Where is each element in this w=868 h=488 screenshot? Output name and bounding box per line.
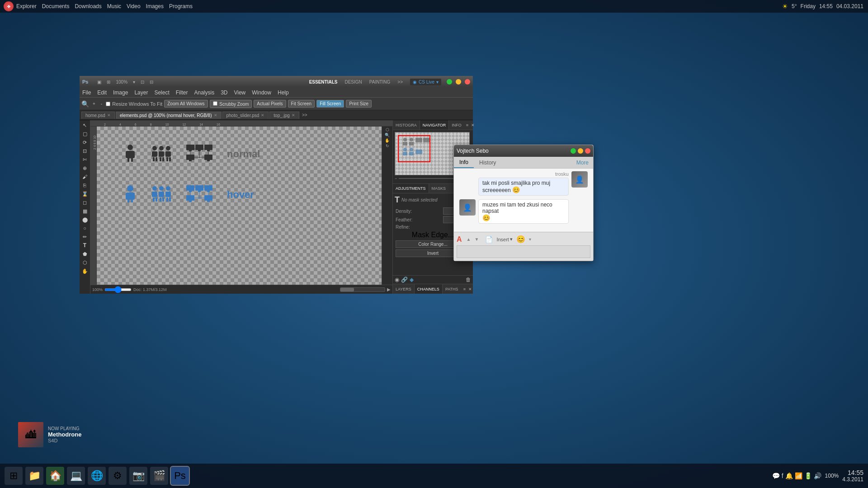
layers-menu-btn[interactable]: ≡	[462, 287, 467, 291]
tool-hand[interactable]: ✋	[80, 267, 90, 275]
navigator-tab[interactable]: NAVIGATOR	[420, 120, 449, 130]
menu-video[interactable]: Video	[127, 3, 140, 9]
menu-documents[interactable]: Documents	[42, 3, 70, 9]
tool-brush[interactable]: 🖌	[80, 173, 90, 181]
ws-tab-essentials[interactable]: ESSENTIALS	[309, 80, 338, 84]
chat-emoji-btn[interactable]: 😊	[516, 235, 525, 244]
layers-tab[interactable]: LAYERS	[393, 284, 415, 294]
taskbar-icon-settings[interactable]: ⚙	[108, 467, 127, 485]
taskbar-icon-home[interactable]: 🏠	[46, 467, 64, 485]
actual-pixels-btn[interactable]: Actual Pixels	[254, 100, 286, 108]
ps-layout-btn[interactable]: ⊡	[141, 80, 144, 84]
scroll-arrow[interactable]: ▶	[387, 287, 391, 292]
menu-music[interactable]: Music	[107, 3, 121, 9]
close-top-tab[interactable]: ✕	[292, 113, 295, 117]
scrubby-checkbox[interactable]	[213, 101, 217, 106]
chat-font-btn[interactable]: A	[457, 235, 462, 244]
mask-type-icon[interactable]: T	[395, 195, 400, 205]
resize-windows-checkbox[interactable]	[106, 102, 110, 106]
menu-programs[interactable]: Programs	[169, 3, 193, 9]
panel-close-btn[interactable]: ✕	[470, 123, 476, 127]
menu-images[interactable]: Images	[146, 3, 164, 9]
scrollbar-thumb[interactable]	[340, 288, 354, 291]
zoom-btn[interactable]: 🔍	[385, 133, 390, 137]
print-size-btn[interactable]: Print Size	[346, 100, 372, 108]
tool-lasso[interactable]: ⟳	[80, 138, 90, 146]
chat-tab-info[interactable]: Info	[454, 157, 474, 168]
zoom-all-btn[interactable]: Zoom All Windows	[164, 100, 208, 108]
fit-screen-btn[interactable]: Fit Screen	[288, 100, 315, 108]
menu-image[interactable]: Image	[113, 89, 128, 96]
menu-analysis[interactable]: Analysis	[194, 89, 214, 96]
ps-tool-move[interactable]: ⊞	[107, 80, 110, 84]
tool-move[interactable]: ↖	[80, 121, 90, 129]
tool-eraser[interactable]: ◻	[80, 198, 90, 206]
ps-minimize-btn[interactable]	[456, 79, 461, 84]
menu-explorer[interactable]: Explorer	[16, 3, 37, 9]
scrubby-zoom-btn[interactable]: Scrubby Zoom	[210, 100, 252, 108]
ws-more-btn[interactable]: >>	[397, 80, 403, 84]
tool-3d[interactable]: ⬡	[80, 258, 90, 267]
zoom-tool-icon[interactable]: 🔍	[81, 100, 89, 108]
ws-tab-painting[interactable]: PAINTING	[369, 80, 390, 84]
menu-select[interactable]: Select	[154, 89, 169, 96]
doc-tab-top[interactable]: top_.jpg ✕	[269, 112, 299, 119]
menu-view[interactable]: View	[234, 89, 245, 96]
taskbar-icon-web[interactable]: 🌐	[88, 467, 106, 485]
paths-tab[interactable]: PATHS	[443, 284, 461, 294]
canvas-content[interactable]: normal	[97, 127, 392, 285]
chat-insert-btn[interactable]: Insert ▾	[496, 236, 513, 242]
chat-minimize-btn[interactable]	[578, 148, 583, 154]
doc-tab-slider[interactable]: photo_slider.psd ✕	[222, 112, 269, 119]
menu-help[interactable]: Help	[278, 89, 289, 96]
taskbar-icon-photo[interactable]: 📷	[129, 467, 147, 485]
tool-clone[interactable]: ⎘	[80, 181, 90, 189]
histogram-tab[interactable]: HISTOGRA	[393, 120, 420, 130]
ws-tab-design[interactable]: DESIGN	[344, 80, 362, 84]
adj-lock-icon[interactable]: 🔗	[401, 277, 408, 283]
adj-trash-icon[interactable]: 🗑	[466, 277, 471, 283]
zoom-slider[interactable]	[104, 288, 132, 291]
channels-tab[interactable]: CHANNELS	[415, 284, 443, 294]
taskbar-icon-computer[interactable]: 💻	[67, 467, 85, 485]
taskbar-icon-start[interactable]: ⊞	[5, 467, 23, 485]
taskbar-icon-ps[interactable]: Ps	[171, 467, 189, 485]
menu-3d[interactable]: 3D	[221, 89, 227, 96]
ps-maximize-btn[interactable]	[447, 79, 452, 84]
tool-marquee[interactable]: ▢	[80, 130, 90, 138]
rotate-view-btn[interactable]: ⬡	[386, 127, 389, 132]
zoom-in-btn[interactable]: +	[91, 101, 97, 106]
adj-eye-icon[interactable]: ◉	[395, 277, 399, 283]
menu-edit[interactable]: Edit	[97, 89, 107, 96]
close-slider-tab[interactable]: ✕	[261, 113, 264, 117]
tool-shape[interactable]: ⬟	[80, 250, 90, 258]
rotate-canvas-btn[interactable]: ↻	[386, 144, 389, 148]
close-home-tab[interactable]: ✕	[107, 113, 111, 117]
menu-file[interactable]: File	[82, 89, 91, 96]
tool-history[interactable]: ⌛	[80, 190, 90, 198]
emoji-arrow[interactable]: ▾	[529, 237, 531, 242]
tool-heal[interactable]: ⊕	[80, 164, 90, 172]
ps-tool-select[interactable]: ▣	[97, 80, 101, 84]
chat-close-btn[interactable]	[585, 148, 590, 154]
adj-active-icon[interactable]: ◆	[410, 277, 414, 283]
chat-input-field[interactable]	[461, 246, 586, 257]
nav-zoom-minus[interactable]: −	[395, 176, 397, 181]
zoom-out-btn[interactable]: -	[99, 101, 104, 106]
close-elements-tab[interactable]: ✕	[214, 113, 217, 117]
nav-zoom-slider[interactable]	[399, 178, 454, 179]
doc-tab-elements[interactable]: elements.psd @ 100% (normal hover, RGB/8…	[116, 112, 222, 119]
adjustments-tab[interactable]: ADJUSTMENTS	[393, 184, 429, 193]
menu-window[interactable]: Window	[252, 89, 271, 96]
os-logo[interactable]: ❖	[4, 1, 14, 11]
chat-tab-history[interactable]: History	[474, 158, 501, 168]
ps-zoom-dropdown[interactable]: ▾	[133, 80, 135, 84]
fill-screen-btn[interactable]: Fill Screen	[316, 100, 344, 108]
canvas-scrollbar[interactable]	[340, 287, 385, 292]
chat-maximize-btn[interactable]	[571, 148, 576, 154]
layers-close-btn[interactable]: ✕	[467, 287, 473, 291]
taskbar-icon-video[interactable]: 🎬	[150, 467, 168, 485]
menu-layer[interactable]: Layer	[134, 89, 148, 96]
masks-tab[interactable]: MASKS	[429, 184, 449, 193]
tool-type[interactable]: T	[80, 241, 90, 249]
